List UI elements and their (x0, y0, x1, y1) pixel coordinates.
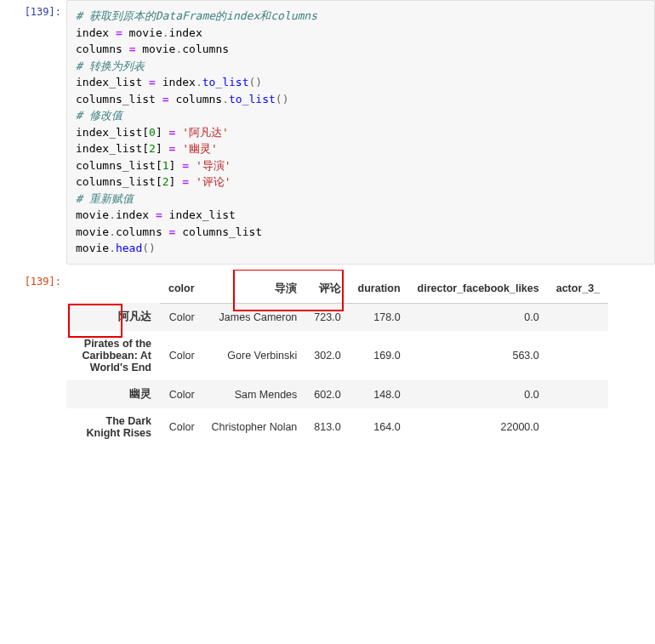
table-row: 阿凡达 Color James Cameron 723.0 178.0 0.0 (66, 303, 608, 331)
cell: 164.0 (350, 408, 409, 446)
cell: 602.0 (305, 380, 349, 408)
cell (548, 331, 608, 380)
col-header: director_facebook_likes (409, 275, 548, 304)
cell: Color (160, 408, 203, 446)
code-comment: # 重新赋值 (76, 192, 134, 205)
col-header: duration (350, 275, 409, 304)
row-index: Pirates of the Caribbean: At World's End (66, 331, 160, 380)
corner-cell (66, 275, 160, 304)
cell: 0.0 (409, 303, 548, 331)
cell: 723.0 (305, 303, 349, 331)
cell: 148.0 (350, 380, 409, 408)
row-index: The Dark Knight Rises (66, 408, 160, 446)
cell: 563.0 (409, 331, 548, 380)
cell (548, 303, 608, 331)
cell (548, 380, 608, 408)
cell: Color (160, 380, 203, 408)
col-header: 评论 (305, 275, 349, 304)
input-cell: [139]: # 获取到原本的DataFrame的index和columns i… (0, 0, 655, 265)
cell: Color (160, 331, 203, 380)
col-header: 导演 (203, 275, 306, 304)
col-header: color (160, 275, 203, 304)
col-header: actor_3_ (548, 275, 608, 304)
table-row: Pirates of the Caribbean: At World's End… (66, 331, 608, 380)
cell: 169.0 (350, 331, 409, 380)
output-cell: [139]: color 导演 评论 duration director_fac… (0, 270, 655, 447)
code-comment: # 修改值 (76, 109, 122, 122)
input-prompt: [139]: (0, 0, 66, 18)
cell (548, 408, 608, 446)
cell: 0.0 (409, 380, 548, 408)
output-prompt: [139]: (0, 270, 66, 288)
cell: Gore Verbinski (203, 331, 306, 380)
code-comment: # 获取到原本的DataFrame的index和columns (76, 9, 317, 22)
cell: 22000.0 (409, 408, 548, 446)
cell: Sam Mendes (203, 380, 306, 408)
cell: Christopher Nolan (203, 408, 306, 446)
cell: 178.0 (350, 303, 409, 331)
cell: 302.0 (305, 331, 349, 380)
cell: Color (160, 303, 203, 331)
header-row: color 导演 评论 duration director_facebook_l… (66, 275, 608, 304)
code-comment: # 转换为列表 (76, 60, 145, 72)
output-area: color 导演 评论 duration director_facebook_l… (66, 270, 655, 447)
cell: James Cameron (203, 303, 306, 331)
table-row: The Dark Knight Rises Color Christopher … (66, 408, 608, 446)
table-row: 幽灵 Color Sam Mendes 602.0 148.0 0.0 (66, 380, 608, 408)
cell: 813.0 (305, 408, 349, 446)
row-index: 阿凡达 (66, 303, 160, 331)
row-index: 幽灵 (66, 380, 160, 408)
dataframe-table: color 导演 评论 duration director_facebook_l… (66, 275, 608, 447)
code-editor[interactable]: # 获取到原本的DataFrame的index和columns index = … (66, 0, 655, 265)
